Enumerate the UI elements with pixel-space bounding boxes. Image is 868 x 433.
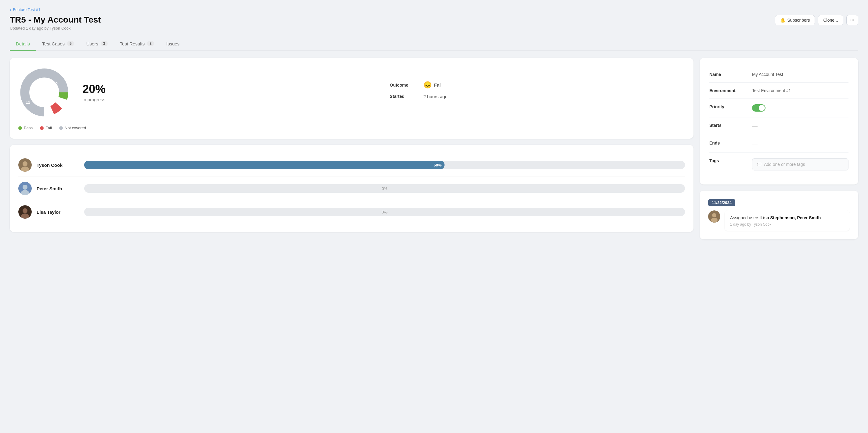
- tab-users-badge: 3: [101, 41, 108, 46]
- tab-test-results[interactable]: Test Results 3: [114, 38, 160, 51]
- not-covered-label: 12: [26, 100, 31, 105]
- avatar-lisa: [18, 205, 32, 219]
- tags-value: 🏷 Add one or more tags: [752, 158, 848, 170]
- fail-legend-label: Fail: [45, 126, 52, 130]
- chart-card: 2 1 12 20% In progress Outcome 😞: [10, 58, 693, 139]
- svg-point-7: [23, 208, 27, 213]
- detail-tags-row: Tags 🏷 Add one or more tags: [709, 153, 848, 176]
- tab-test-results-label: Test Results: [120, 41, 145, 46]
- not-covered-legend-label: Not covered: [65, 126, 86, 130]
- starts-value: —: [752, 123, 848, 129]
- toggle-knob: [759, 105, 765, 111]
- tab-test-results-badge: 3: [147, 41, 154, 46]
- outcome-value-text: Fail: [434, 82, 441, 88]
- user-name-lisa: Lisa Taylor: [37, 209, 79, 215]
- tab-users[interactable]: Users 3: [80, 38, 114, 51]
- name-value: My Account Test: [752, 72, 848, 77]
- user-row-3: Lisa Taylor 0%: [18, 200, 685, 224]
- progress-percent: 20%: [82, 82, 378, 96]
- pass-dot: [18, 126, 22, 130]
- pass-label: 2: [56, 81, 58, 86]
- tags-input[interactable]: 🏷 Add one or more tags: [752, 158, 848, 170]
- progress-info: 20% In progress: [82, 82, 378, 102]
- header-actions: 🔔 Subscribers Clone... ···: [775, 15, 858, 25]
- clone-button[interactable]: Clone...: [818, 15, 843, 25]
- activity-avatar: [708, 210, 720, 223]
- tab-test-cases[interactable]: Test Cases 5: [36, 38, 80, 51]
- tags-label: Tags: [709, 158, 752, 163]
- bell-icon: 🔔: [780, 18, 785, 23]
- progress-bar-peter: 0%: [84, 184, 685, 193]
- avatar-peter: [18, 182, 32, 195]
- activity-date-badge: 11/22/2024: [708, 199, 735, 206]
- tabs: Details Test Cases 5 Users 3 Test Result…: [10, 38, 858, 51]
- breadcrumb[interactable]: ‹ Feature Test #1: [10, 7, 858, 12]
- started-label: Started: [390, 94, 411, 99]
- ends-value: —: [752, 140, 848, 147]
- detail-environment-row: Environment Test Environment #1: [709, 82, 848, 99]
- legend-not-covered: Not covered: [59, 126, 86, 130]
- svg-point-4: [23, 185, 27, 190]
- breadcrumb-link[interactable]: Feature Test #1: [13, 7, 40, 12]
- chevron-left-icon: ‹: [10, 7, 11, 12]
- tab-issues[interactable]: Issues: [160, 38, 186, 51]
- donut-svg: 2 1 12: [18, 66, 70, 118]
- user-row-2: Peter Smith 0%: [18, 177, 685, 200]
- legend-fail: Fail: [40, 126, 52, 130]
- detail-ends-row: Ends —: [709, 135, 848, 153]
- priority-value: [752, 104, 848, 111]
- user-row-1: Tyson Cook 60%: [18, 154, 685, 177]
- user-name-tyson: Tyson Cook: [37, 163, 79, 168]
- tab-details[interactable]: Details: [10, 38, 36, 51]
- activity-content: Assigned users Lisa Stephenson, Peter Sm…: [724, 210, 850, 231]
- progress-bar-tyson: 60%: [84, 161, 685, 169]
- chart-section: 2 1 12 20% In progress Outcome 😞: [18, 66, 685, 118]
- fail-emoji-icon: 😞: [424, 81, 432, 89]
- donut-chart: 2 1 12: [18, 66, 70, 118]
- tab-details-label: Details: [16, 41, 30, 46]
- tab-users-label: Users: [86, 41, 98, 46]
- tags-placeholder: Add one or more tags: [764, 162, 805, 167]
- progress-label: In progress: [82, 97, 378, 102]
- outcome-section: Outcome 😞 Fail Started 2 hours ago: [390, 81, 685, 104]
- subscribers-button[interactable]: 🔔 Subscribers: [775, 15, 815, 25]
- priority-label: Priority: [709, 104, 752, 109]
- page-title-section: TR5 - My Account Test Updated 1 day ago …: [10, 15, 101, 31]
- svg-point-1: [23, 161, 27, 166]
- left-column: 2 1 12 20% In progress Outcome 😞: [10, 58, 693, 239]
- legend-pass: Pass: [18, 126, 33, 130]
- detail-starts-row: Starts —: [709, 118, 848, 135]
- page-title: TR5 - My Account Test: [10, 15, 101, 25]
- users-card: Tyson Cook 60% Peter Smith: [10, 145, 693, 232]
- tag-icon: 🏷: [757, 162, 762, 167]
- pass-legend-label: Pass: [24, 126, 33, 130]
- progress-label-lisa: 0%: [84, 208, 685, 216]
- fail-label: 1: [51, 92, 54, 97]
- started-row: Started 2 hours ago: [390, 94, 685, 99]
- activity-text-bold: Lisa Stephenson, Peter Smith: [761, 215, 821, 220]
- outcome-value: 😞 Fail: [424, 81, 441, 89]
- user-name-peter: Peter Smith: [37, 186, 79, 191]
- tab-test-cases-label: Test Cases: [42, 41, 65, 46]
- avatar-tyson: [18, 158, 32, 172]
- details-card: Name My Account Test Environment Test En…: [700, 58, 858, 185]
- detail-name-row: Name My Account Test: [709, 66, 848, 82]
- right-column: Name My Account Test Environment Test En…: [700, 58, 858, 239]
- outcome-row: Outcome 😞 Fail: [390, 81, 685, 89]
- ends-label: Ends: [709, 140, 752, 145]
- progress-label-peter: 0%: [84, 184, 685, 193]
- svg-point-10: [712, 213, 716, 218]
- progress-bar-lisa: 0%: [84, 208, 685, 216]
- environment-label: Environment: [709, 88, 752, 93]
- outcome-label: Outcome: [390, 82, 411, 88]
- progress-label-tyson: 60%: [434, 163, 441, 167]
- activity-item: Assigned users Lisa Stephenson, Peter Sm…: [708, 210, 850, 231]
- starts-label: Starts: [709, 123, 752, 128]
- priority-toggle[interactable]: [752, 104, 766, 111]
- activity-card-inner: Assigned users Lisa Stephenson, Peter Sm…: [724, 210, 850, 231]
- more-button[interactable]: ···: [846, 15, 858, 25]
- progress-fill-tyson: 60%: [84, 161, 444, 169]
- activity-card: 11/22/2024 Assigned users Lisa Stephenso…: [700, 191, 858, 239]
- tab-test-cases-badge: 5: [67, 41, 74, 46]
- chart-legend: Pass Fail Not covered: [18, 126, 685, 130]
